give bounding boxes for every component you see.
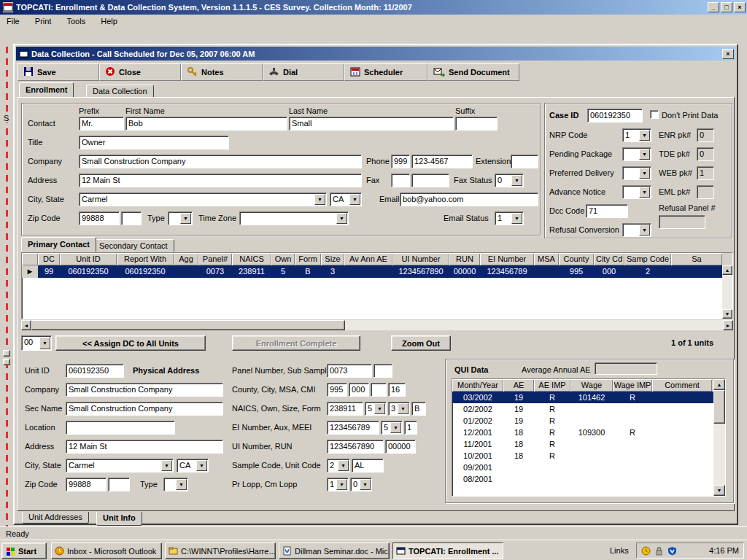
phone-input[interactable]: 123-4567	[411, 155, 473, 168]
address-input[interactable]: 12 Main St	[79, 174, 362, 187]
taskbar-task-topcati[interactable]: TOPCATI: Enrollment ...	[392, 542, 503, 559]
vscroll-thumb[interactable]	[713, 390, 725, 424]
zip-input[interactable]: 99888	[79, 211, 120, 225]
qui-row[interactable]: 08/2001	[452, 473, 713, 485]
unit-code-input[interactable]: AL	[352, 459, 384, 472]
unit-zip-ext-input[interactable]	[108, 478, 130, 491]
first-name-input[interactable]: Bob	[125, 117, 287, 131]
chevron-down-icon[interactable]: ▼	[161, 460, 172, 471]
advance-notice-select[interactable]: ▼	[622, 185, 651, 199]
close-button[interactable]: ×	[734, 2, 746, 12]
fax-status-select[interactable]: 0 ▼	[495, 174, 524, 187]
dont-print-checkbox[interactable]	[650, 110, 659, 119]
qui-row[interactable]: 09/2001	[452, 462, 713, 473]
size-select[interactable]: 3 ▼	[388, 402, 410, 416]
chevron-down-icon[interactable]: ▼	[180, 213, 191, 224]
sub-sample-input[interactable]	[374, 364, 392, 378]
chevron-down-icon[interactable]: ▼	[511, 213, 522, 224]
menu-file[interactable]: File	[0, 15, 26, 28]
ui-number-input[interactable]: 1234567890	[327, 440, 384, 454]
dcc-code-input[interactable]: 71	[586, 204, 628, 218]
tab-unit-info[interactable]: Unit Info	[96, 512, 142, 526]
qui-vscrollbar[interactable]: ▲ ▼	[713, 379, 725, 496]
scroll-right-icon[interactable]: ►	[723, 320, 733, 330]
chevron-down-icon[interactable]: ▼	[336, 479, 347, 490]
units-grid-hscrollbar[interactable]: ◄ ►	[21, 320, 733, 330]
own-select[interactable]: 5 ▼	[365, 402, 387, 416]
time-zone-select[interactable]: ▼	[239, 211, 349, 225]
chevron-down-icon[interactable]: ▼	[398, 403, 409, 414]
tray-lock-icon[interactable]	[654, 546, 664, 556]
qui-row[interactable]: 12/200118R109300R	[452, 427, 713, 438]
qui-row[interactable]: 03/200219R101462R	[452, 392, 713, 403]
chevron-down-icon[interactable]: ▼	[196, 460, 207, 471]
meei-input[interactable]: 1	[404, 421, 417, 435]
location-input[interactable]	[66, 421, 175, 435]
prefix-input[interactable]: Mr.	[79, 117, 124, 131]
unit-zip-input[interactable]: 99888	[66, 478, 107, 491]
qui-row[interactable]: 10/200118R	[452, 450, 713, 462]
zip-ext-input[interactable]	[121, 211, 142, 225]
chevron-down-icon[interactable]: ▼	[639, 130, 650, 141]
menu-tools[interactable]: Tools	[60, 15, 92, 28]
form-input[interactable]: B	[411, 402, 426, 416]
cmi-input[interactable]: 16	[388, 383, 406, 397]
pr-lopp-select[interactable]: 1 ▼	[327, 478, 349, 491]
scroll-up-icon[interactable]: ▲	[722, 265, 732, 275]
tab-secondary-contact[interactable]: Secondary Contact	[93, 239, 174, 252]
save-button[interactable]: Save	[18, 63, 99, 81]
hscroll-thumb[interactable]	[31, 320, 345, 330]
county-input[interactable]: 995	[327, 383, 347, 397]
dc-code-select[interactable]: 00 ▼	[21, 335, 52, 351]
phone-area-input[interactable]: 999	[391, 155, 410, 168]
company-input[interactable]: Small Construction Company	[79, 155, 362, 168]
qui-row[interactable]: 11/200118R	[452, 438, 713, 450]
preferred-delivery-select[interactable]: ▼	[622, 166, 651, 180]
chevron-down-icon[interactable]: ▼	[360, 479, 371, 490]
unit-type-select[interactable]: ▼	[163, 478, 188, 491]
minimize-button[interactable]: _	[708, 2, 719, 12]
chevron-down-icon[interactable]: ▼	[338, 460, 349, 471]
dialog-close-button[interactable]: ×	[722, 49, 734, 59]
type-select[interactable]: ▼	[168, 211, 193, 225]
city-code-input[interactable]: 000	[349, 383, 369, 397]
tab-primary-contact[interactable]: Primary Contact	[21, 237, 96, 252]
links-toolbar[interactable]: Links	[610, 546, 629, 555]
email-status-select[interactable]: 1 ▼	[495, 211, 524, 225]
chevron-down-icon[interactable]: ▼	[374, 403, 385, 414]
chevron-down-icon[interactable]: ▼	[39, 337, 50, 349]
maximize-button[interactable]: □	[721, 2, 732, 12]
unit-city-select[interactable]: Carmel ▼	[66, 459, 174, 472]
taskbar-task-folder[interactable]: C:\WINNT\Profiles\Harre...	[165, 542, 276, 559]
chevron-down-icon[interactable]: ▼	[639, 187, 650, 198]
msa-input[interactable]	[371, 383, 387, 397]
last-name-input[interactable]: Small	[289, 117, 454, 131]
nrp-code-select[interactable]: 1 ▼	[622, 128, 651, 142]
suffix-input[interactable]	[455, 117, 498, 131]
chevron-down-icon[interactable]: ▼	[349, 194, 360, 205]
scroll-down-icon[interactable]: ▼	[713, 485, 725, 496]
tray-reminder-icon[interactable]	[641, 546, 651, 556]
unit-company-input[interactable]: Small Construction Company	[66, 383, 223, 397]
start-button[interactable]: Start	[1, 542, 47, 559]
aux-select[interactable]: 5 ▼	[381, 421, 403, 435]
ei-number-input[interactable]: 123456789	[327, 421, 379, 435]
scheduler-button[interactable]: Scheduler	[344, 63, 427, 81]
scroll-down-icon[interactable]: ▼	[722, 309, 732, 319]
taskbar-task-outlook[interactable]: Inbox - Microsoft Outlook	[51, 542, 162, 559]
chevron-down-icon[interactable]: ▼	[176, 479, 187, 490]
chevron-down-icon[interactable]: ▼	[511, 175, 522, 186]
fax-input[interactable]	[411, 174, 449, 187]
tab-enrollment[interactable]: Enrollment	[19, 82, 74, 97]
unit-state-select[interactable]: CA ▼	[177, 459, 209, 472]
enrollment-complete-button[interactable]: Enrollment Complete	[232, 335, 360, 351]
chevron-down-icon[interactable]: ▼	[314, 194, 325, 205]
qui-row[interactable]: 02/200219R	[452, 403, 713, 415]
scroll-left-icon[interactable]: ◄	[21, 320, 31, 330]
naics-input[interactable]: 238911	[327, 402, 363, 416]
chevron-down-icon[interactable]: ▼	[390, 422, 401, 433]
fax-area-input[interactable]	[391, 174, 410, 187]
panel-number-input[interactable]: 0073	[327, 364, 372, 378]
refusal-conversion-select[interactable]: ▼	[622, 223, 651, 237]
units-grid-row[interactable]: ► 99 060192350 060192350 0073 238911 5 B…	[22, 265, 722, 278]
